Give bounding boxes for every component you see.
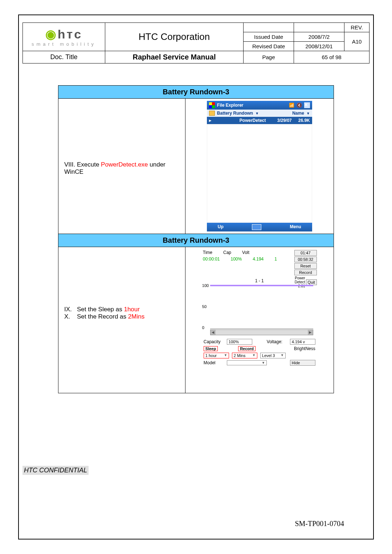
rev-label: REV. <box>344 23 369 32</box>
capacity-label: Capacity <box>204 339 224 344</box>
voltage-value: 4.194 v <box>290 339 315 345</box>
fe-up-button[interactable]: Up <box>218 224 224 230</box>
col-volt: Volt <box>242 250 249 255</box>
capacity-row: Capacity 100% Voltage: 4.194 v <box>201 338 318 345</box>
sleep-label: Sleep <box>204 346 218 351</box>
pd-side-buttons: 01:47 00:58:32 Reset Record Power Detect… <box>294 250 317 288</box>
fe-sort[interactable]: Name <box>292 111 304 116</box>
section-title-1: Battery Rundown-3 <box>58 86 334 99</box>
header-table: ◉hтc smart mobility HTC Corporation REV.… <box>23 22 369 63</box>
page-label: Page <box>244 51 294 63</box>
val-volt: 4.194 <box>253 257 264 262</box>
fe-filesize: 26.9K <box>292 118 310 123</box>
issued-date-label: Issued Date <box>244 32 294 42</box>
val-cap: 100% <box>231 257 242 262</box>
step-text: Execute <box>75 161 101 168</box>
instruction-cell-1: VIII. Execute PowerDetect.exe under WinC… <box>58 99 185 234</box>
revised-date-value: 2008/12/01 <box>294 42 344 51</box>
rev-value: A10 <box>344 32 369 51</box>
screenshot-cell-2: Time Cap Volt 00:00:01 100% 4.194 1 01:4… <box>185 247 334 393</box>
model-select[interactable] <box>227 360 267 365</box>
corporation-name: HTC Corporation <box>105 23 244 51</box>
y-axis-label: 100 <box>202 283 209 288</box>
step-text: Set the Record as <box>77 313 128 320</box>
screenshot-cell-1: File Explorer 📶 🔇 ✕ Battery Rundown▼ Nam… <box>185 99 334 234</box>
fe-titlebar: File Explorer 📶 🔇 ✕ <box>207 101 312 110</box>
page-value: 65 of 98 <box>294 51 369 63</box>
revised-date-label: Revised Date <box>244 42 294 51</box>
record-label: Record <box>238 346 256 351</box>
brightness-select[interactable]: Level 3 <box>260 353 286 358</box>
confidential-stamp: HTC CONFIDENTIAL <box>23 466 89 475</box>
file-explorer: File Explorer 📶 🔇 ✕ Battery Rundown▼ Nam… <box>207 101 312 231</box>
folder-icon <box>209 111 215 116</box>
step-number: X. <box>64 313 70 320</box>
record-button[interactable]: Record <box>294 270 317 275</box>
record-select[interactable]: 2 Mins <box>232 353 257 358</box>
instruction-cell-2: IX. Set the Sleep as 1hour X. Set the Re… <box>58 247 185 393</box>
step-highlight: 2Mins <box>128 313 144 320</box>
issued-date-value: 2008/7/2 <box>294 32 344 42</box>
signal-icon: 📶 <box>289 103 294 108</box>
pd-clock2: 00:58:32 <box>294 257 317 262</box>
hide-button[interactable]: Hide <box>290 360 315 366</box>
sleep-select[interactable]: 1 hour <box>204 353 229 358</box>
tagline: smart mobility <box>26 41 102 47</box>
col-cap: Cap <box>223 250 231 255</box>
step-number: IX. <box>64 306 72 313</box>
y-axis-label: 0 <box>202 325 204 330</box>
sleep-record-values: 1 hour 2 Mins Level 3 <box>201 352 318 359</box>
content-table: Battery Rundown-3 VIII. Execute PowerDet… <box>58 85 334 393</box>
power-detect-app: Time Cap Volt 00:00:01 100% 4.194 1 01:4… <box>201 249 318 391</box>
section-title-2: Battery Rundown-3 <box>58 234 334 247</box>
model-label: Model <box>204 360 224 365</box>
brightness-label: BrightNess <box>294 346 315 351</box>
step-text: Set the Sleep as <box>77 306 124 313</box>
scrollbar[interactable]: ◄► <box>210 329 313 335</box>
fe-title: File Explorer <box>217 103 244 108</box>
fe-body <box>207 124 312 223</box>
fe-selected-file[interactable]: ▸ PowerDetect 3/29/07 26.9K <box>207 117 312 124</box>
fe-filename: PowerDetect <box>240 118 270 123</box>
val-time: 00:00:01 <box>203 257 220 262</box>
fe-filedate: 3/29/07 <box>270 118 292 123</box>
graph-area: 100 50 0 <box>210 285 313 329</box>
sleep-record-row: Sleep Record BrightNess <box>201 345 318 352</box>
model-row: Model Hide <box>201 359 318 366</box>
step-number: VIII. <box>64 161 75 168</box>
col-time: Time <box>203 250 212 255</box>
logo-cell: ◉hтc smart mobility <box>23 23 105 51</box>
keyboard-icon[interactable] <box>252 224 261 230</box>
pd-clock1: 01:47 <box>294 250 317 256</box>
document-number: SM-TP001-0704 <box>295 520 344 528</box>
windows-icon <box>209 102 215 108</box>
y-axis-label: 50 <box>202 304 207 309</box>
quit-button[interactable]: Quit <box>306 279 317 285</box>
step-highlight: 1hour <box>124 306 139 313</box>
capacity-value: 100% <box>227 339 252 345</box>
fe-location-bar[interactable]: Battery Rundown▼ Name▼ <box>207 110 312 117</box>
fe-bottom-bar: Up Menu <box>207 223 312 231</box>
fe-location: Battery Rundown <box>217 111 253 116</box>
val-n: 1 <box>274 257 277 262</box>
doc-title: Raphael Service Manual <box>105 51 244 63</box>
reset-button[interactable]: Reset <box>294 263 317 269</box>
close-icon[interactable]: ✕ <box>304 102 310 108</box>
sound-icon: 🔇 <box>297 103 302 108</box>
step-highlight: PowerDetect.exe <box>101 161 148 168</box>
voltage-label: Voltage: <box>267 339 287 344</box>
doc-title-label: Doc. Title <box>23 51 105 63</box>
fe-menu-button[interactable]: Menu <box>290 224 301 230</box>
